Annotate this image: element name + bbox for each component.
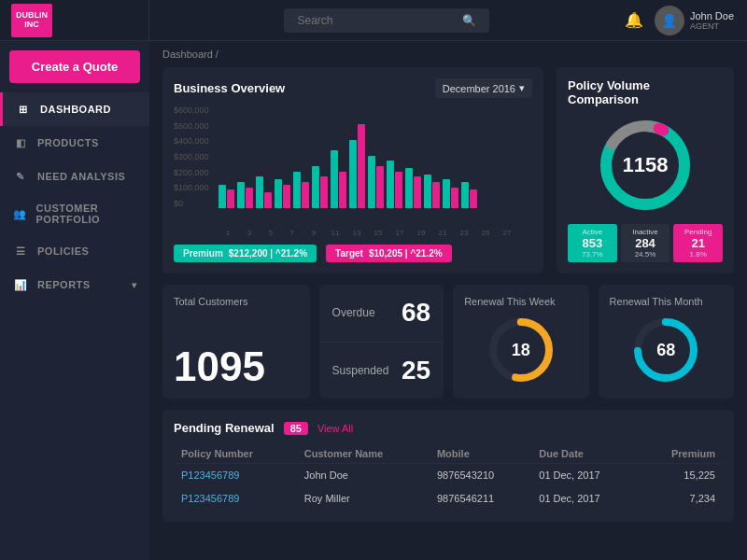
bar-teal: [368, 156, 375, 208]
table-body: P123456789 John Doe 9876543210 01 Dec, 2…: [174, 464, 723, 511]
col-policy-number: Policy Number: [174, 444, 297, 464]
legend-target: Target $10,205 | ^21.2%: [326, 245, 452, 262]
products-icon: ◧: [13, 135, 28, 150]
bar-group: [237, 182, 253, 208]
sidebar-item-reports[interactable]: 📊 REPORTS ▾: [0, 268, 149, 301]
x-label: 9: [304, 229, 323, 237]
policy-link-cell[interactable]: P123456789: [174, 464, 297, 487]
bar-teal: [331, 150, 338, 208]
x-label: 5: [261, 229, 280, 237]
search-input[interactable]: [297, 14, 455, 27]
bar-pink: [432, 182, 440, 208]
sidebar-item-customer-portfolio[interactable]: 👥 CUSTOMER PORTFOLIO: [0, 193, 149, 234]
overdue-label: Overdue: [332, 306, 375, 319]
bar-pink: [395, 172, 402, 208]
renewal-month-donut: 68: [610, 313, 723, 387]
view-all-link[interactable]: View All: [317, 423, 353, 434]
x-label: 25: [476, 229, 495, 237]
mobile-cell: 9876543210: [430, 464, 531, 487]
bar-group: [387, 161, 402, 208]
col-mobile: Mobile: [430, 444, 531, 464]
legend-premium: Premium $212,200 | ^21.2%: [174, 245, 317, 262]
search-area: 🔍: [149, 8, 625, 33]
logo-text: DUBLIN INC: [11, 11, 52, 30]
sidebar-item-dashboard[interactable]: ⊞ DASHBOARD: [0, 92, 149, 126]
breadcrumb: Dashboard /: [162, 49, 734, 60]
suspended-label: Suspended: [332, 364, 389, 377]
bar-group: [293, 172, 309, 208]
due-date-cell: 01 Dec, 2017: [531, 464, 639, 487]
logo-area: DUBLIN INC: [0, 0, 149, 40]
nav-right: 🔔 👤 John Doe AGENT: [625, 6, 747, 35]
renewal-week-label: Renewal This Week: [464, 296, 577, 307]
overdue-suspended-card: Overdue 68 Suspended 25: [319, 285, 444, 399]
pending-renewal-title: Pending Renewal: [174, 421, 275, 435]
active-badge: Active 853 73.7%: [568, 224, 617, 262]
table-row: P123456789 John Doe 9876543210 01 Dec, 2…: [174, 464, 723, 487]
policy-number-link[interactable]: P123456789: [181, 469, 239, 481]
col-premium: Premium: [640, 444, 723, 464]
suspended-value: 25: [402, 356, 430, 385]
premium-cell: 15,225: [640, 464, 723, 487]
renewal-week-donut: 18: [464, 313, 577, 387]
inactive-badge: Inactive 284 24.5%: [621, 224, 670, 262]
dashboard-icon: ⊞: [16, 102, 31, 117]
bar-teal: [387, 161, 394, 208]
premium-cell: 7,234: [640, 487, 723, 511]
sidebar-item-need-analysis[interactable]: ✎ NEED ANALYSIS: [0, 160, 149, 193]
sidebar-item-products[interactable]: ◧ PRODUCTS: [0, 126, 149, 160]
x-label: 3: [240, 229, 259, 237]
renewal-month-donut-wrap: 68: [628, 313, 703, 387]
due-date-cell: 01 Dec, 2017: [531, 487, 639, 511]
policy-number-link[interactable]: P123456789: [181, 493, 239, 504]
donut-container: 1158: [568, 114, 723, 217]
bar-teal: [424, 175, 431, 208]
logo: DUBLIN INC: [11, 4, 52, 37]
bar-group: [368, 156, 384, 208]
renewal-week-value: 18: [512, 341, 530, 360]
bar-teal: [256, 176, 263, 208]
sidebar-item-policies[interactable]: ☰ POLICIES: [0, 234, 149, 268]
bar-pink: [358, 124, 365, 208]
x-label: 21: [433, 229, 452, 237]
renewal-week-donut-wrap: 18: [484, 313, 558, 387]
bar-teal: [349, 140, 357, 208]
layout: Create a Quote ⊞ DASHBOARD ◧ PRODUCTS ✎ …: [0, 41, 747, 560]
customer-portfolio-icon: 👥: [13, 206, 27, 221]
table-row: P123456789 Roy Miller 9876546211 01 Dec,…: [174, 487, 723, 511]
bar-group: [443, 179, 458, 209]
pending-renewal-table: Policy Number Customer Name Mobile Due D…: [174, 444, 723, 511]
bar-group: [312, 166, 328, 208]
overdue-row: Overdue 68: [319, 285, 444, 343]
bar-teal: [312, 166, 319, 208]
bar-group: [331, 150, 346, 208]
bar-teal: [275, 179, 282, 209]
bar-group: [424, 175, 440, 208]
mobile-cell: 9876546211: [430, 487, 531, 511]
x-label: 13: [347, 229, 366, 237]
total-customers-value: 1095: [174, 346, 299, 387]
user-area: 👤 John Doe AGENT: [655, 6, 734, 35]
top-grid: Business Overview December 2016 ▾ $600,0…: [162, 67, 734, 273]
bar-teal: [237, 182, 245, 208]
policy-stats: Active 853 73.7% Inactive 284 24.5% Pend…: [568, 224, 723, 262]
sidebar: Create a Quote ⊞ DASHBOARD ◧ PRODUCTS ✎ …: [0, 41, 149, 560]
date-picker[interactable]: December 2016 ▾: [435, 78, 532, 98]
bar-group: [275, 179, 290, 209]
main-content: Dashboard / Business Overview December 2…: [149, 41, 747, 560]
bell-icon[interactable]: 🔔: [625, 11, 643, 29]
search-icon: 🔍: [462, 14, 476, 27]
renewal-month-card: Renewal This Month 68: [599, 285, 734, 399]
policies-icon: ☰: [13, 244, 28, 259]
pending-renewal-section: Pending Renewal 85 View All Policy Numbe…: [162, 410, 734, 522]
bar-pink: [302, 182, 309, 208]
need-analysis-icon: ✎: [13, 169, 28, 184]
bar-teal: [218, 185, 226, 208]
search-bar[interactable]: 🔍: [284, 8, 489, 33]
user-info: John Doe AGENT: [690, 10, 734, 31]
policy-volume-title: Policy Volume Comparison: [568, 78, 723, 106]
create-quote-button[interactable]: Create a Quote: [9, 50, 140, 83]
col-customer-name: Customer Name: [297, 444, 430, 464]
policy-link-cell[interactable]: P123456789: [174, 487, 297, 511]
renewal-month-value: 68: [656, 341, 675, 360]
